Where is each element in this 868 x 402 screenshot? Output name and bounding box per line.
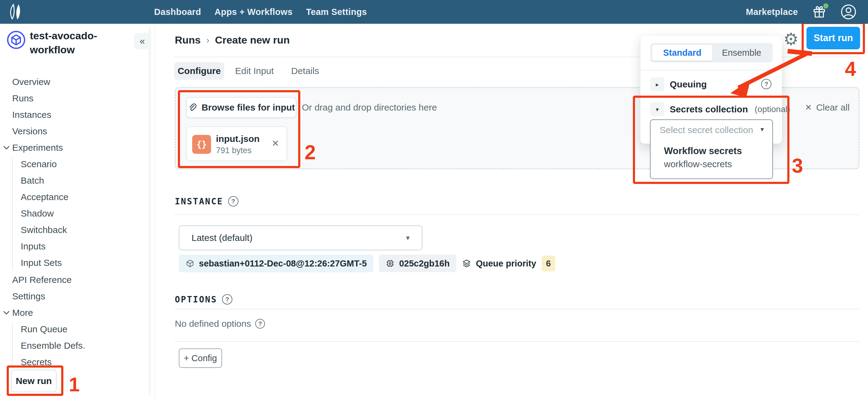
nav-marketplace[interactable]: Marketplace — [746, 7, 798, 17]
disclosure-closed-icon[interactable]: ▸ — [650, 78, 664, 91]
no-options-row: No defined options ? — [175, 318, 265, 329]
instance-meta-chips: sebastian+0112-Dec-08@12:26:27GMT-5 025c… — [179, 255, 555, 272]
gift-icon[interactable] — [812, 5, 827, 19]
gear-icon[interactable]: ⚙ — [783, 29, 799, 49]
tab-edit-input[interactable]: Edit Input — [235, 62, 274, 80]
nav-team-settings[interactable]: Team Settings — [306, 7, 367, 17]
add-config-button[interactable]: + Config — [179, 348, 222, 368]
instance-select[interactable]: Latest (default) ▾ — [179, 225, 423, 250]
secret-option-id[interactable]: workflow-secrets — [664, 159, 732, 169]
file-name: input.json — [216, 134, 259, 144]
close-icon: ✕ — [805, 103, 812, 112]
queuing-label: Queuing — [670, 79, 707, 90]
sidebar-item-runs[interactable]: Runs — [12, 90, 33, 106]
sidebar-item-settings[interactable]: Settings — [12, 288, 45, 305]
help-icon[interactable]: ? — [255, 319, 265, 329]
breadcrumb: Runs › Create new run — [175, 34, 290, 46]
paperclip-icon — [188, 103, 197, 112]
annotation-number-2: 2 — [305, 141, 316, 164]
help-icon[interactable]: ? — [761, 79, 771, 89]
clear-all-button[interactable]: ✕ Clear all — [805, 100, 850, 116]
page-title: Create new run — [215, 34, 290, 46]
tree-indent-line — [12, 323, 13, 369]
start-run-button[interactable]: Start run — [806, 27, 860, 49]
sidebar-item-overview[interactable]: Overview — [12, 74, 50, 90]
queue-priority-chip: Queue priority 6 — [462, 255, 555, 272]
tab-configure[interactable]: Configure — [174, 62, 224, 80]
drag-drop-hint: Or drag and drop directories here — [302, 97, 437, 118]
no-options-text: No defined options — [175, 318, 251, 329]
sidebar-collapse-button[interactable]: « — [134, 33, 151, 49]
sidebar-item-api-reference[interactable]: API Reference — [12, 272, 71, 288]
sidebar-item-acceptance[interactable]: Acceptance — [21, 189, 68, 205]
sidebar-item-inputs[interactable]: Inputs — [21, 238, 46, 255]
help-icon[interactable]: ? — [228, 196, 239, 207]
sidebar-item-switchback[interactable]: Switchback — [21, 222, 67, 238]
uploaded-file-card: {} input.json 791 bytes ✕ — [186, 126, 287, 161]
sidebar-item-batch[interactable]: Batch — [21, 173, 44, 189]
json-file-icon: {} — [192, 135, 211, 154]
run-type-tabs: Standard Ensemble — [650, 43, 773, 62]
breadcrumb-runs[interactable]: Runs — [175, 34, 201, 46]
queue-priority-badge: 6 — [542, 255, 555, 271]
secrets-optional-label: (optional) — [755, 104, 790, 114]
panel-divider — [641, 70, 782, 70]
sidebar-scrollbar[interactable] — [148, 27, 151, 395]
tab-standard[interactable]: Standard — [652, 45, 712, 61]
sidebar: test-avocado-workflow « Overview Runs In… — [0, 24, 155, 402]
secret-option-title[interactable]: Workflow secrets — [664, 146, 742, 157]
options-section-header: OPTIONS ? — [175, 294, 232, 305]
sidebar-item-input-sets[interactable]: Input Sets — [21, 255, 62, 271]
sidebar-item-scenario[interactable]: Scenario — [21, 156, 57, 173]
browse-files-button[interactable]: Browse files for input — [186, 97, 296, 118]
chevron-down-icon[interactable] — [3, 305, 10, 321]
nav-dashboard[interactable]: Dashboard — [154, 7, 201, 17]
version-id-chip: 025c2gb16h — [379, 255, 456, 272]
remove-file-icon[interactable]: ✕ — [272, 138, 279, 149]
avatar-icon[interactable] — [841, 4, 857, 20]
queue-priority-label: Queue priority — [476, 258, 536, 269]
version-id: 025c2gb16h — [399, 258, 450, 269]
tab-details[interactable]: Details — [291, 62, 319, 80]
browse-files-label: Browse files for input — [202, 102, 295, 113]
section-divider — [174, 309, 860, 309]
tab-ensemble[interactable]: Ensemble — [712, 45, 771, 61]
sidebar-item-instances[interactable]: Instances — [12, 106, 51, 123]
instance-section-header: INSTANCE ? — [175, 196, 239, 207]
options-label: OPTIONS — [175, 295, 217, 305]
nav-apps-workflows[interactable]: Apps + Workflows — [214, 7, 292, 17]
disclosure-open-icon[interactable]: ▾ — [650, 102, 664, 116]
file-size: 791 bytes — [216, 146, 252, 155]
new-run-button[interactable]: New run — [11, 370, 57, 392]
clear-all-label: Clear all — [816, 102, 850, 113]
instance-name: sebastian+0112-Dec-08@12:26:27GMT-5 — [199, 258, 367, 269]
instance-label: INSTANCE — [175, 196, 223, 207]
secrets-collection-label: Secrets collection — [670, 104, 748, 115]
cube-icon — [185, 259, 195, 268]
caret-down-icon: ▾ — [406, 234, 410, 242]
instance-select-value: Latest (default) — [192, 233, 252, 243]
cpu-icon — [385, 259, 395, 268]
notification-dot — [823, 3, 828, 8]
layers-icon — [462, 258, 471, 268]
queuing-row: ▸ Queuing — [650, 76, 707, 93]
app-cube-icon — [7, 30, 26, 49]
caret-down-icon: ▾ — [761, 125, 764, 133]
nav-right-cluster: Marketplace — [746, 0, 857, 24]
annotation-number-3: 3 — [792, 154, 803, 177]
help-icon[interactable]: ? — [222, 294, 232, 305]
secrets-collection-row: ▾ Secrets collection (optional) — [650, 101, 790, 118]
sidebar-item-experiments[interactable]: Experiments — [12, 140, 63, 156]
primary-nav: Dashboard Apps + Workflows Team Settings — [154, 0, 367, 24]
sidebar-item-versions[interactable]: Versions — [12, 123, 47, 140]
app-title: test-avocado-workflow — [30, 29, 127, 57]
nextmv-logo-icon[interactable] — [8, 4, 24, 20]
secret-collection-combobox[interactable]: Select secret collection ▾ Workflow secr… — [650, 119, 773, 179]
sidebar-item-more[interactable]: More — [12, 305, 33, 321]
sidebar-item-secrets[interactable]: Secrets — [21, 354, 52, 370]
sidebar-item-ensemble-defs[interactable]: Ensemble Defs. — [21, 337, 85, 354]
sidebar-item-run-queue[interactable]: Run Queue — [21, 321, 67, 337]
sidebar-item-shadow[interactable]: Shadow — [21, 205, 54, 222]
annotation-number-1: 1 — [69, 373, 80, 396]
chevron-down-icon[interactable] — [3, 140, 10, 156]
